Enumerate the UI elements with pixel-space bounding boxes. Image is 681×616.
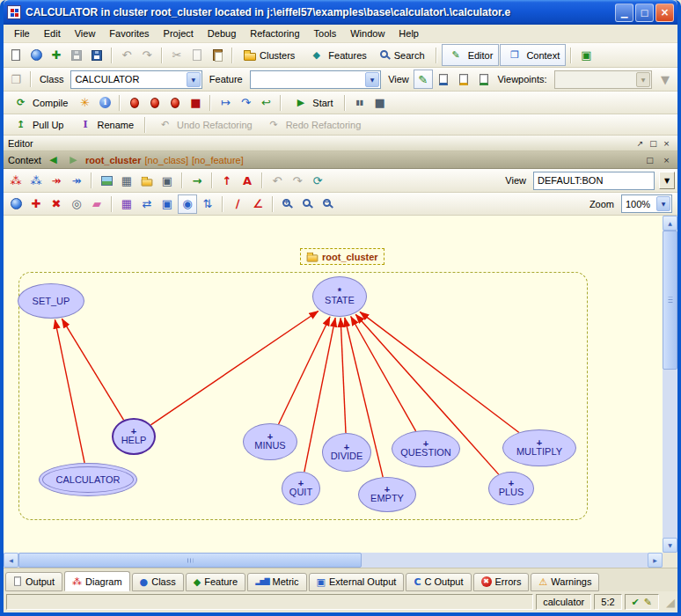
zoom-fit-icon[interactable]	[298, 194, 318, 214]
class-node-MINUS[interactable]: +MINUS	[243, 423, 297, 460]
menu-refactoring[interactable]: Refactoring	[243, 26, 306, 40]
scroll-right-icon[interactable]: ▶	[648, 553, 663, 568]
open-project-icon[interactable]	[26, 46, 46, 65]
eraser-icon[interactable]: ▰	[87, 194, 106, 214]
step-over-icon[interactable]: ↷	[236, 93, 255, 113]
export-image-icon[interactable]	[97, 171, 116, 190]
search-button[interactable]: Search	[374, 48, 431, 63]
relayout-icon[interactable]: ⇄	[137, 194, 157, 214]
features-button[interactable]: ◆ Features	[302, 44, 372, 66]
redo-diagram-icon[interactable]: ↷	[288, 171, 307, 190]
critical-stop-icon[interactable]: ■	[186, 93, 205, 113]
stop-icon[interactable]: ■	[370, 93, 390, 113]
step-into-icon[interactable]: ↦	[216, 93, 235, 113]
maximize-pane-icon[interactable]: □	[647, 137, 660, 150]
link-context-icon[interactable]: ❐	[6, 70, 26, 89]
flat-view-icon[interactable]	[434, 70, 453, 89]
text-label-icon[interactable]: A	[238, 171, 257, 190]
feature-combobox[interactable]: ▼	[250, 70, 381, 89]
fit-window-icon[interactable]: ▣	[157, 194, 177, 214]
clusters-button[interactable]: Clusters	[238, 47, 301, 63]
anchor-icon[interactable]: ◎	[67, 194, 86, 214]
universe-icon[interactable]	[6, 194, 26, 214]
tab-class[interactable]: ● Class	[132, 573, 184, 591]
center-diagram-icon[interactable]: ◉	[178, 194, 197, 214]
float-pane-icon[interactable]: ↗	[633, 137, 647, 150]
go-to-icon[interactable]: →	[187, 171, 207, 190]
debug-run-icon[interactable]	[125, 93, 144, 113]
compile-button[interactable]: ⟳ Compile	[6, 92, 74, 114]
diagram-view-combobox[interactable]: DEFAULT:BON	[533, 172, 655, 190]
scroll-left-icon[interactable]: ◀	[4, 553, 18, 568]
pull-up-button[interactable]: ↥ Pull Up	[6, 114, 70, 136]
tab-c-output[interactable]: C C Output	[406, 573, 471, 591]
tab-metric[interactable]: ▂▅▇ Metric	[247, 573, 306, 591]
class-node-QUIT[interactable]: +QUIT	[282, 472, 320, 505]
menu-tools[interactable]: Tools	[307, 26, 344, 40]
close-button[interactable]: ×	[655, 4, 674, 22]
undo-refactoring-button[interactable]: ↶ Undo Refactoring	[150, 114, 259, 136]
menu-file[interactable]: File	[7, 26, 37, 40]
class-node-CALCULATOR[interactable]: CALCULATOR	[39, 463, 137, 496]
vertical-scroll-thumb[interactable]	[663, 231, 677, 370]
diagram-canvas[interactable]: SET_UP*STATE+HELP+MINUS+DIVIDE+QUESTION+…	[4, 216, 663, 553]
cut-icon[interactable]: ✂	[167, 46, 187, 65]
class-combobox[interactable]: CALCULATOR ▼	[70, 70, 201, 89]
class-node-STATE[interactable]: *STATE	[312, 276, 367, 317]
scroll-down-icon[interactable]: ▼	[663, 538, 677, 553]
context-toggle-button[interactable]: ❐ Context	[500, 44, 566, 66]
context-cluster[interactable]: root_cluster	[85, 155, 142, 165]
zoom-in-icon[interactable]: +	[278, 194, 297, 214]
grid-layout-icon[interactable]: ▦	[117, 171, 136, 190]
class-node-SET_UP[interactable]: SET_UP	[18, 283, 84, 319]
tab-output[interactable]: Output	[5, 572, 62, 591]
class-node-DIVIDE[interactable]: +DIVIDE	[322, 433, 371, 472]
menu-help[interactable]: Help	[392, 26, 426, 40]
close-pane-icon[interactable]: ×	[660, 137, 673, 150]
freeze-icon[interactable]: ✳	[75, 93, 94, 113]
chevron-down-icon[interactable]: ▼	[365, 72, 379, 87]
menu-view[interactable]: View	[68, 26, 103, 40]
maximize-pane-icon[interactable]: □	[643, 154, 656, 166]
toolbar-overflow-icon[interactable]: ▼	[655, 70, 675, 89]
scroll-up-icon[interactable]: ▲	[663, 216, 677, 231]
class-node-MULTIPLY[interactable]: +MULTIPLY	[502, 429, 576, 466]
chevron-down-icon[interactable]: ▼	[656, 196, 670, 211]
refresh-diagram-icon[interactable]: ⟳	[308, 171, 327, 190]
zoom-out-icon[interactable]: −	[319, 194, 338, 214]
sort-layout-icon[interactable]: ⇅	[198, 194, 217, 214]
class-node-EMPTY[interactable]: +EMPTY	[358, 477, 416, 512]
external-view-icon[interactable]: ▣	[576, 46, 596, 65]
editor-toggle-button[interactable]: ✎ Editor	[442, 44, 500, 66]
save-icon[interactable]	[67, 46, 86, 65]
history-forward-icon[interactable]: ▶	[65, 151, 82, 168]
insert-class-icon[interactable]: ↑	[217, 171, 237, 190]
window-grid-icon[interactable]: ▣	[157, 171, 177, 190]
cluster-tag[interactable]: root_cluster	[300, 248, 384, 265]
vertical-scrollbar[interactable]: ▲ ▼	[663, 216, 677, 553]
history-back-icon[interactable]: ◀	[45, 151, 62, 168]
step-out-icon[interactable]: ↩	[256, 93, 275, 113]
interface-view-icon[interactable]	[474, 70, 494, 89]
context-no-class[interactable]: [no_class]	[145, 155, 189, 165]
undo-diagram-icon[interactable]: ↶	[267, 171, 287, 190]
info-icon[interactable]: i	[95, 93, 114, 113]
inheritance-links-icon[interactable]: ⁂	[6, 171, 26, 190]
title-bar[interactable]: CALCULATOR in cluster root_cluster locat…	[4, 0, 677, 25]
client-links-icon[interactable]: ⁂	[26, 171, 46, 190]
chevron-down-icon[interactable]: ▼	[187, 72, 201, 87]
minimize-button[interactable]: ▁	[615, 4, 633, 22]
tab-diagram[interactable]: ⁂ Diagram	[64, 571, 130, 591]
tab-errors[interactable]: ✖ Errors	[473, 573, 530, 591]
inheritance-labels-icon[interactable]: ↠	[47, 171, 66, 190]
basic-text-view-icon[interactable]: ✎	[414, 70, 433, 89]
delete-node-icon[interactable]: ✖	[47, 194, 66, 214]
menu-edit[interactable]: Edit	[37, 26, 68, 40]
class-node-QUESTION[interactable]: +QUESTION	[392, 430, 460, 467]
redo-icon[interactable]: ↷	[137, 46, 157, 65]
undo-icon[interactable]: ↶	[117, 46, 136, 65]
redo-refactoring-button[interactable]: ↷ Redo Refactoring	[260, 114, 368, 136]
context-no-feature[interactable]: [no_feature]	[192, 155, 244, 165]
menu-debug[interactable]: Debug	[201, 26, 243, 40]
close-pane-icon[interactable]: ×	[660, 154, 673, 166]
